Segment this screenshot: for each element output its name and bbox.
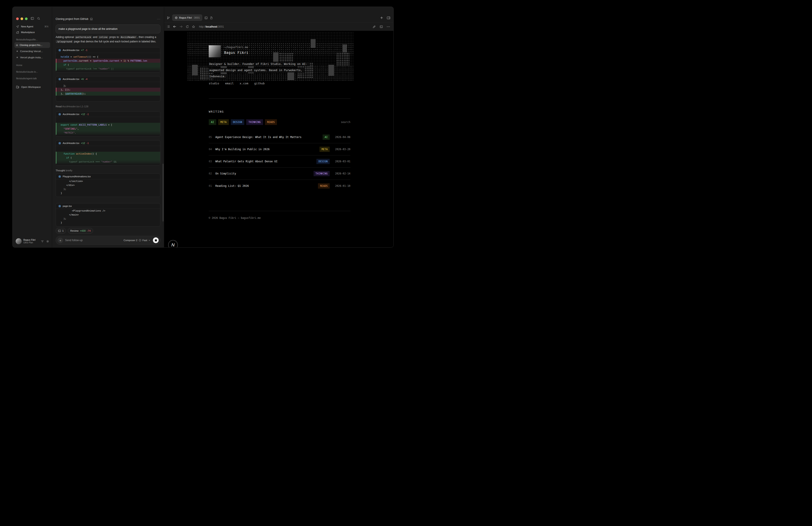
chat-scroll-area[interactable]: make a playground page to show all the a… [52,23,164,228]
tag-filter-chip[interactable]: READS [265,119,277,125]
code-block-header[interactable]: PlaygroundAnimations.tsx [56,174,160,179]
git-branch-icon[interactable] [167,16,170,19]
stop-generation-button[interactable] [153,237,159,243]
marketplace-button[interactable]: Marketplace [14,29,50,35]
reader-list-icon[interactable] [167,25,170,28]
reload-button[interactable] [186,25,189,28]
chat-stream: AsciiHeader.tsx+7-1holdId = setTimeout((… [56,47,160,227]
post-date: 2026-02-14 [334,172,350,175]
panel-layout-icon[interactable] [387,16,390,19]
code-block-body: };}, []);}, [patternLock]); [56,82,160,101]
code-block-header[interactable]: AsciiHeader.tsx+12-1 [56,112,160,117]
site-link[interactable]: x.com [240,82,248,85]
post-tag-chip: META [319,147,330,152]
zoom-window-button[interactable] [25,17,28,20]
code-block-filename: page.tsx [63,205,72,207]
react-file-icon [58,205,61,208]
back-button[interactable] [173,25,176,28]
sidebar-item-label: Cloning project fro... [20,44,42,46]
search-link[interactable]: search [341,120,350,124]
code-block-header[interactable]: AsciiHeader.tsx+12-1 [56,140,160,146]
site-path: ~/bagusfikri.me [224,46,248,49]
filter-lines-icon[interactable] [41,240,44,243]
tag-filter-chip[interactable]: AI [209,119,216,125]
removed-line-count: -1 [85,49,87,52]
removed-line-count: -1 [87,113,89,115]
sidebar-item-task[interactable]: Cloning project fro... [14,42,50,48]
code-block-body: <PlaygroundAnimations /> </main> );} [56,209,160,226]
summary-text: page that demos the full cycle and each … [73,40,156,43]
post-row[interactable]: 01Reading List: Q1 2026READS2026-01-10 [209,180,350,192]
url-field[interactable]: http://localhost:3001 [199,25,224,28]
tag-filter-chip[interactable]: THINKING [246,119,263,125]
search-icon[interactable] [37,17,40,20]
followup-input[interactable]: + Send follow-up Composer 2 Fast [56,236,160,245]
browser-tabbar: Bagus Fikri :3001 [164,7,393,23]
site-footer: © 2026 Bagus Fikri — bagusfikri.me [209,216,350,219]
chat-menu-button[interactable]: ··· [157,17,160,20]
terminal-icon[interactable] [205,16,208,19]
site-bio: Designer & builder. Founder of Fikri Stu… [209,61,350,80]
copy-page-icon[interactable] [210,16,213,19]
code-line: if ( [56,156,160,160]
code-block-header[interactable]: page.tsx [56,203,160,209]
review-removed-count: -74 [87,229,91,232]
removed-line-count: -4 [85,78,87,80]
gear-icon[interactable] [46,240,49,243]
added-line-count: +12 [81,142,85,144]
code-diff-block: AsciiHeader.tsx+12-1 function activeInde… [56,140,160,166]
new-tab-button[interactable] [380,16,383,19]
post-tag-chip: DESIGN [316,159,330,164]
browser-tab[interactable]: Bagus Fikri :3001 [172,14,202,21]
code-line: ); [56,217,160,221]
terminal-count-pill[interactable]: 1 [56,228,66,233]
profile-photo [209,45,221,57]
sidebar-section-header: fikristudio/claude-lo... [13,67,52,74]
tag-filter-chip[interactable]: META [218,119,229,125]
post-row[interactable]: 03What Palantir Gets Right About Dense U… [209,155,350,168]
code-line: function activeIndex() { [56,152,160,156]
toggle-sidebar-icon[interactable] [31,17,34,20]
tab-port: :3001 [193,16,200,19]
site-link[interactable]: email [225,82,234,85]
open-workspace-button[interactable]: Open Workspace [13,84,52,90]
post-row[interactable]: 04Why I'm Building in Public in 2026META… [209,143,350,155]
summary-text: , then creating a [137,35,156,39]
tag-filter-chip[interactable]: DESIGN [231,119,245,125]
post-number: 03 [209,160,215,163]
code-block-filename: AsciiHeader.tsx [63,78,79,80]
new-agent-button[interactable]: New Agent ⌘N [14,24,50,29]
review-button[interactable]: Review +430 -74 [68,228,93,233]
speed-mode-selector[interactable]: Fast [143,239,147,242]
sidebar-section-header: Home [13,61,52,67]
minimize-window-button[interactable] [20,17,23,20]
code-diff-block: AsciiHeader.tsx+7-1holdId = setTimeout((… [56,47,160,73]
sidebar-section-header: fikristudio/bagusfikr... [13,35,52,42]
code-block-header[interactable]: AsciiHeader.tsx+7-1 [56,47,160,53]
bookmark-star-icon[interactable] [192,25,195,28]
nextjs-dev-badge[interactable]: N [168,240,178,247]
pen-tool-icon[interactable] [373,25,376,28]
sidebar-item-task[interactable]: Vercel plugin insta... [14,55,50,60]
summary-text: Adding optional [56,35,75,39]
user-account-row[interactable]: Bagus Fikri Ultra Plan [13,236,52,247]
post-row[interactable]: 02On SimplicityTHINKING2026-02-14 [209,168,350,180]
thought-prefix: Thought [56,169,65,172]
sidebar-item-task[interactable]: Connecting Vercel... [14,48,50,54]
more-options-icon[interactable] [387,26,390,27]
read-file-ref[interactable]: AsciiHeader.tsx L1-128 [62,105,88,108]
user-prompt[interactable]: make a playground page to show all the a… [56,25,160,33]
site-link[interactable]: github [254,82,264,85]
code-block-header[interactable]: AsciiHeader.tsx+6-4 [56,76,160,82]
terminal-icon[interactable] [380,25,383,28]
site-link[interactable]: studio [209,82,219,85]
model-selector[interactable]: Composer 2 [124,239,137,242]
page-viewport: ~/bagusfikri.me Bagus Fikri Designer & b… [164,31,393,247]
post-row[interactable]: 05Agent Experience Design: What It Is an… [209,131,350,143]
forward-button[interactable] [179,25,183,28]
chat-scrollbar[interactable] [163,164,163,222]
close-window-button[interactable] [16,17,19,20]
chat-footer: 1 Review +430 -74 + Send follow-up Compo… [52,228,164,247]
code-line: } [56,221,160,225]
attach-plus-icon[interactable]: + [58,238,63,243]
